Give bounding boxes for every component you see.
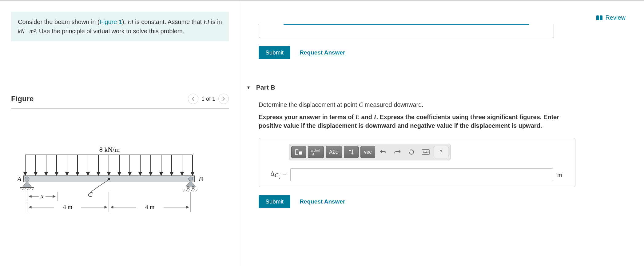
- label-B: B: [199, 175, 203, 183]
- review-link[interactable]: Review: [596, 14, 626, 21]
- collapse-icon: ▼: [246, 85, 251, 90]
- svg-line-30: [186, 189, 188, 191]
- ei-var: EI: [204, 18, 209, 25]
- svg-point-17: [25, 177, 29, 181]
- fraction-button[interactable]: x: [308, 146, 324, 158]
- instr-text: and: [360, 114, 374, 120]
- greek-button[interactable]: ΑΣφ: [326, 146, 342, 158]
- undo-button[interactable]: [377, 146, 389, 158]
- figure-link[interactable]: Figure 1: [100, 18, 122, 25]
- units: kN · m²: [18, 28, 36, 34]
- svg-point-27: [192, 186, 194, 189]
- label-C: C: [88, 191, 93, 198]
- svg-line-20: [22, 187, 24, 190]
- instr-text: Express your answer in terms of: [259, 114, 356, 120]
- figure-counter: 1 of 1: [201, 96, 215, 102]
- var-E: E: [356, 114, 360, 120]
- answer-line: ΔCv = m: [264, 168, 570, 181]
- answer-unit: m: [557, 171, 570, 179]
- prompt-text: is constant. Assume that: [133, 18, 204, 25]
- prompt-text: Consider the beam shown in (: [18, 18, 100, 25]
- prompt-text: is in: [209, 18, 222, 25]
- svg-rect-49: [316, 149, 319, 151]
- svg-line-19: [20, 187, 22, 190]
- svg-line-29: [183, 189, 185, 191]
- dim1: 4 m: [63, 204, 73, 210]
- submit-button[interactable]: Submit: [259, 195, 290, 208]
- svg-line-24: [32, 187, 34, 190]
- point-C: [108, 178, 110, 180]
- equation-toolbar: x ΑΣφ vec ?: [289, 144, 451, 160]
- answer-label: ΔCv =: [264, 170, 286, 180]
- svg-rect-50: [422, 150, 429, 155]
- figure-nav: 1 of 1: [188, 94, 229, 104]
- q-text: measured downward.: [363, 101, 423, 108]
- vec-button[interactable]: vec: [360, 146, 375, 158]
- answer-box: x ΑΣφ vec ?: [259, 138, 575, 187]
- svg-text:x: x: [311, 149, 313, 152]
- review-label: Review: [605, 14, 626, 21]
- load-label: 8 kN/m: [99, 146, 120, 153]
- keyboard-icon: [422, 149, 430, 155]
- arrows-icon: [348, 149, 354, 155]
- keyboard-button[interactable]: [419, 146, 432, 158]
- template-button[interactable]: [291, 146, 306, 158]
- submit-button[interactable]: Submit: [259, 46, 290, 59]
- svg-point-55: [423, 152, 424, 153]
- svg-point-25: [189, 177, 193, 181]
- prompt-text: . Use the principle of virtual work to s…: [36, 28, 185, 34]
- request-answer-link[interactable]: Request Answer: [300, 198, 345, 205]
- sqrt-fraction-icon: x: [311, 149, 320, 155]
- submit-row-a: Submit Request Answer: [259, 46, 632, 59]
- figure-title: Figure: [11, 95, 34, 103]
- svg-point-54: [428, 151, 428, 151]
- reset-icon: [408, 149, 415, 155]
- label-A: A: [17, 175, 22, 183]
- svg-rect-47: [299, 151, 302, 155]
- label-x: x: [41, 192, 44, 199]
- chevron-right-icon: [222, 97, 225, 101]
- part-b-title: Part B: [256, 84, 275, 91]
- load-arrows: [24, 155, 194, 175]
- var-C: C: [359, 101, 363, 108]
- figure-diagram: 8 kN/m: [11, 146, 229, 218]
- main-layout: Consider the beam shown in (Figure 1). E…: [0, 0, 644, 266]
- svg-point-52: [425, 151, 425, 151]
- svg-line-21: [25, 187, 26, 190]
- svg-line-31: [188, 189, 190, 191]
- svg-point-26: [187, 186, 189, 189]
- svg-line-34: [196, 189, 197, 191]
- part-b-instructions: Express your answer in terms of E and I.…: [259, 113, 582, 130]
- figure-next-button[interactable]: [218, 94, 229, 104]
- template-icon: [295, 149, 302, 155]
- q-text: Determine the displacement at point: [259, 101, 359, 108]
- dim2: 4 m: [145, 204, 155, 210]
- answer-input[interactable]: [290, 168, 553, 181]
- redo-icon: [394, 149, 401, 155]
- help-button[interactable]: ?: [434, 146, 448, 158]
- chevron-left-icon: [192, 97, 195, 101]
- svg-point-51: [423, 151, 424, 151]
- svg-line-23: [30, 187, 31, 190]
- svg-line-22: [27, 187, 29, 190]
- part-b-header[interactable]: ▼ Part B: [246, 84, 632, 91]
- svg-rect-46: [296, 150, 298, 155]
- part-b-question: Determine the displacement at point C me…: [259, 100, 582, 109]
- figure-header: Figure 1 of 1: [11, 94, 229, 109]
- previous-answer-box: [259, 24, 554, 38]
- reset-button[interactable]: [405, 146, 418, 158]
- left-panel: Consider the beam shown in (Figure 1). E…: [0, 1, 240, 266]
- submit-row-b: Submit Request Answer: [259, 195, 632, 208]
- svg-line-33: [193, 189, 195, 191]
- figure-prev-button[interactable]: [188, 94, 198, 104]
- redo-button[interactable]: [391, 146, 403, 158]
- svg-point-53: [426, 151, 427, 151]
- problem-statement: Consider the beam shown in (Figure 1). E…: [11, 12, 229, 41]
- prompt-text: ).: [122, 18, 128, 25]
- svg-point-57: [428, 152, 428, 153]
- svg-rect-56: [424, 152, 427, 153]
- right-panel: Review Submit Request Answer ▼ Part B De…: [240, 1, 644, 266]
- subscript-button[interactable]: [344, 146, 359, 158]
- request-answer-link[interactable]: Request Answer: [300, 49, 345, 56]
- book-icon: [596, 15, 603, 21]
